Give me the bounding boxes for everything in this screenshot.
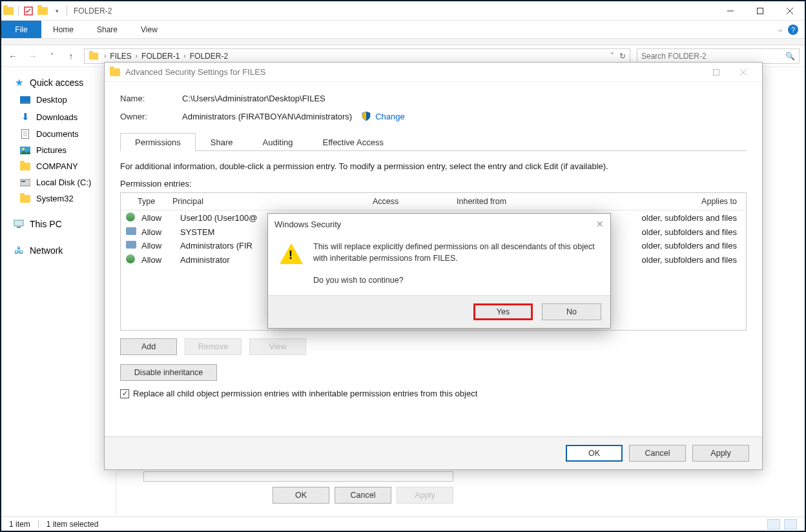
user-icon xyxy=(126,254,135,263)
dialog-footer: OK Cancel Apply xyxy=(105,436,762,469)
crumb-0[interactable]: FILES xyxy=(108,52,132,61)
view-tab[interactable]: View xyxy=(129,21,169,38)
search-input[interactable] xyxy=(637,51,785,61)
modal-close-icon[interactable]: ✕ xyxy=(596,219,604,229)
group-icon xyxy=(126,241,136,249)
view-button: View xyxy=(249,338,306,355)
owner-label: Owner: xyxy=(120,112,182,121)
add-button[interactable]: Add xyxy=(120,338,177,355)
sidebar: ★ Quick access Desktop ⬇Downloads Docume… xyxy=(1,67,116,517)
sidebar-company[interactable]: COMPANY xyxy=(1,158,116,174)
ribbon-expand-icon[interactable]: ⌵ xyxy=(778,25,783,34)
titlebar: ▾ FOLDER-2 xyxy=(1,1,805,21)
modal-message-1: This will replace explicitly defined per… xyxy=(313,241,599,264)
folder-icon xyxy=(19,163,31,170)
status-item-count: 1 item xyxy=(9,520,30,529)
owner-value: Administrators (FIRATBOYAN\Administrator… xyxy=(182,112,352,121)
entries-label: Permission entries: xyxy=(120,179,747,189)
col-inherited: Inherited from xyxy=(457,197,528,206)
yes-button[interactable]: Yes xyxy=(473,303,533,320)
bg-ok-button[interactable]: OK xyxy=(273,487,329,504)
tab-share[interactable]: Share xyxy=(196,133,248,151)
replace-label: Replace all child object permission entr… xyxy=(133,389,477,398)
refresh-icon[interactable]: ↻ xyxy=(619,52,626,61)
name-value: C:\Users\Administrator\Desktop\FILES xyxy=(182,94,326,103)
close-button[interactable] xyxy=(775,1,805,21)
sidebar-system32[interactable]: System32 xyxy=(1,190,116,207)
replace-checkbox[interactable]: ✓ xyxy=(120,389,129,398)
name-label: Name: xyxy=(120,94,182,103)
user-icon xyxy=(126,212,135,221)
modal-message-2: Do you wish to continue? xyxy=(313,276,599,285)
sidebar-downloads[interactable]: ⬇Downloads xyxy=(1,108,116,126)
document-icon xyxy=(19,129,31,139)
svg-rect-13 xyxy=(20,179,30,186)
sidebar-network[interactable]: 🖧Network xyxy=(1,241,116,259)
col-principal: Principal xyxy=(172,197,373,206)
view-details-icon[interactable] xyxy=(767,519,780,529)
apply-button[interactable]: Apply xyxy=(692,445,749,462)
bg-apply-button: Apply xyxy=(397,487,453,504)
dialog-maximize-button[interactable] xyxy=(703,63,730,81)
view-large-icon[interactable] xyxy=(784,519,797,529)
disk-icon xyxy=(19,179,31,187)
svg-rect-6 xyxy=(20,103,30,104)
dialog-close-button[interactable] xyxy=(730,63,757,81)
home-tab[interactable]: Home xyxy=(41,21,85,38)
remove-button: Remove xyxy=(185,338,242,355)
desktop-icon xyxy=(19,96,31,104)
minimize-button[interactable] xyxy=(716,1,745,21)
search-box[interactable]: 🔍 xyxy=(637,48,800,64)
dialog-title: Advanced Security Settings for FILES xyxy=(125,67,266,77)
sidebar-this-pc[interactable]: This PC xyxy=(1,216,116,232)
tab-permissions[interactable]: Permissions xyxy=(120,133,196,151)
sidebar-desktop[interactable]: Desktop xyxy=(1,92,116,108)
svg-rect-5 xyxy=(20,96,30,103)
help-icon[interactable]: ? xyxy=(788,25,798,35)
sidebar-documents[interactable]: Documents xyxy=(1,126,116,142)
nav-recent-icon[interactable]: ˅ xyxy=(45,52,58,59)
share-tab[interactable]: Share xyxy=(85,21,129,38)
crumb-1[interactable]: FOLDER-1 xyxy=(140,52,181,61)
maximize-button[interactable] xyxy=(745,1,775,21)
col-access: Access xyxy=(373,197,457,206)
disable-inheritance-button[interactable]: Disable inheritance xyxy=(120,364,217,381)
ribbon: File Home Share View ⌵ ? xyxy=(1,21,805,39)
address-dropdown-icon[interactable]: ˅ xyxy=(610,52,614,61)
folder-icon xyxy=(89,52,98,59)
tab-effective-access[interactable]: Effective Access xyxy=(307,133,398,151)
sidebar-label: Quick access xyxy=(30,77,83,88)
status-selected-count: 1 item selected xyxy=(46,520,99,529)
sidebar-localdisk[interactable]: Local Disk (C:) xyxy=(1,174,116,190)
download-icon: ⬇ xyxy=(19,111,31,123)
bg-cancel-button[interactable]: Cancel xyxy=(335,487,391,504)
modal-title: Windows Security xyxy=(274,220,341,229)
svg-rect-15 xyxy=(14,220,23,226)
file-tab[interactable]: File xyxy=(1,21,41,38)
tab-auditing[interactable]: Auditing xyxy=(248,133,308,151)
sidebar-pictures[interactable]: Pictures xyxy=(1,142,116,158)
qat-dropdown-icon[interactable]: ▾ xyxy=(50,8,64,14)
crumb-2[interactable]: FOLDER-2 xyxy=(189,52,229,61)
sidebar-quick-access[interactable]: ★ Quick access xyxy=(1,74,116,92)
qat-newfolder-icon[interactable] xyxy=(36,7,50,15)
svg-rect-16 xyxy=(17,227,21,228)
svg-rect-17 xyxy=(714,69,719,75)
status-bar: 1 item 1 item selected xyxy=(1,517,805,531)
app-icon xyxy=(1,7,16,15)
info-text: For additional information, double-click… xyxy=(120,161,747,171)
breadcrumb[interactable]: › FILES › FOLDER-1 › FOLDER-2 ˅ ↻ xyxy=(84,48,630,64)
dialog-titlebar: Advanced Security Settings for FILES xyxy=(105,63,762,82)
folder-icon xyxy=(19,195,31,203)
nav-up-icon[interactable]: ↑ xyxy=(65,51,78,61)
nav-back-icon[interactable]: ← xyxy=(6,51,19,61)
qat-properties-icon[interactable] xyxy=(21,6,36,15)
svg-point-12 xyxy=(22,148,25,150)
no-button[interactable]: No xyxy=(542,303,601,320)
ok-button[interactable]: OK xyxy=(566,445,623,462)
search-icon[interactable]: 🔍 xyxy=(785,52,799,61)
change-owner-link[interactable]: Change xyxy=(375,112,405,121)
cancel-button[interactable]: Cancel xyxy=(629,445,686,462)
security-tabs: Permissions Share Auditing Effective Acc… xyxy=(120,133,747,151)
window-title: FOLDER-2 xyxy=(74,6,112,15)
